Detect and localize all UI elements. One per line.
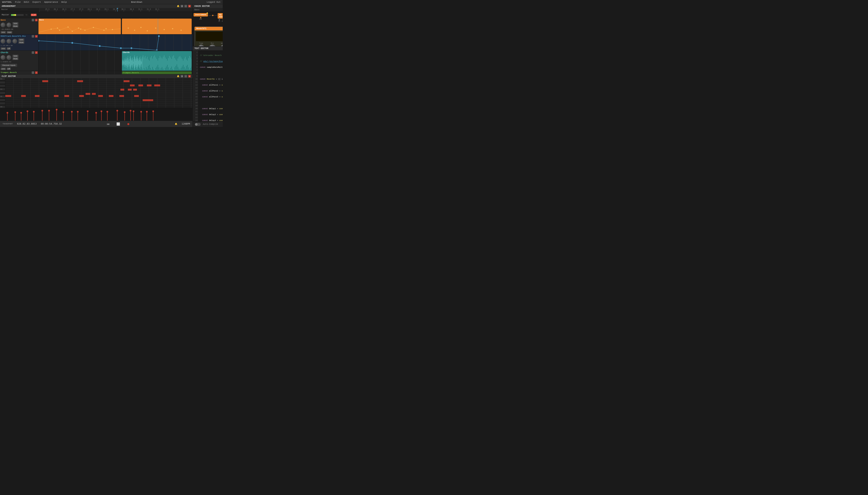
chords-close[interactable]: × bbox=[35, 51, 38, 54]
midi-v1: 1.3 bbox=[1, 45, 4, 47]
note-c2-6[interactable] bbox=[92, 93, 96, 95]
code-content[interactable]: // Schroeder Reverb implementing the fir… bbox=[199, 50, 223, 121]
midi-knob2[interactable] bbox=[6, 39, 11, 44]
trumpet-clip[interactable]: Trumpet.Reverb bbox=[122, 71, 191, 74]
ce-close-btn[interactable]: × bbox=[188, 75, 191, 78]
reverb-mix-knob[interactable] bbox=[209, 45, 216, 46]
note-b1-6[interactable] bbox=[79, 95, 84, 97]
midi-off[interactable]: Off bbox=[7, 47, 11, 50]
ln-6: 6 bbox=[193, 66, 198, 69]
bass-volume-knob[interactable] bbox=[1, 22, 5, 27]
chords-clip[interactable]: Chords bbox=[122, 51, 191, 71]
minimize-btn[interactable]: ─ bbox=[184, 5, 187, 7]
note-fs2-3[interactable] bbox=[147, 84, 151, 86]
chords-solo[interactable]: Solo bbox=[13, 55, 18, 57]
chords-knob2[interactable] bbox=[6, 55, 11, 60]
midi-knob3[interactable] bbox=[13, 39, 17, 44]
note-fs2-1[interactable] bbox=[130, 84, 135, 86]
reverb-time-group: Time 1.00 bbox=[198, 42, 204, 46]
out-label-eq: Out bbox=[222, 20, 223, 22]
ce-pause-btn[interactable]: ⏸ bbox=[181, 75, 183, 78]
track-scroll[interactable]: Bass - × Solo Mute -10.03dB bbox=[0, 18, 193, 74]
menu-export[interactable]: Export bbox=[33, 1, 41, 3]
bass-knobs: Solo Mute bbox=[1, 22, 38, 28]
reverb-time-knob[interactable] bbox=[198, 45, 204, 46]
bass-track-name: Bass bbox=[1, 19, 31, 21]
bass-auto[interactable]: Auto bbox=[7, 31, 13, 34]
note-a2-2[interactable] bbox=[77, 80, 83, 82]
svg-point-190 bbox=[41, 110, 43, 112]
eq-fx-chip[interactable]: EQ Band 🔔 bbox=[218, 13, 223, 19]
note-b1-8[interactable] bbox=[109, 95, 114, 97]
pause-btn[interactable]: ⏸ bbox=[181, 5, 183, 7]
ln-19: 19 bbox=[193, 104, 198, 107]
menu-file[interactable]: File bbox=[15, 1, 20, 3]
note-b1-5[interactable] bbox=[64, 95, 69, 97]
bass-close[interactable]: × bbox=[35, 19, 38, 21]
chords-arm[interactable]: Arm bbox=[1, 68, 6, 70]
chain-content: Bass Instrument 🔔 Out bbox=[193, 8, 223, 46]
note-c2-5[interactable] bbox=[86, 93, 90, 95]
bass-clip-2[interactable] bbox=[122, 19, 191, 34]
svg-point-206 bbox=[48, 110, 50, 112]
bass-minus[interactable]: - bbox=[32, 19, 34, 21]
note-b1-1[interactable] bbox=[5, 95, 11, 97]
stop-btn[interactable]: ⬜ bbox=[115, 122, 121, 126]
logged-in: Logged Out bbox=[207, 1, 221, 3]
midi-arm[interactable]: Arm bbox=[1, 47, 6, 50]
eq-node-group: EQ Band 🔔 In Out bbox=[218, 13, 223, 22]
note-a2-3[interactable] bbox=[123, 80, 130, 82]
ce-minimize-btn[interactable]: ─ bbox=[184, 75, 187, 78]
trumpet-close[interactable]: × bbox=[35, 71, 38, 74]
bass-clip-1[interactable]: Bass bbox=[38, 19, 121, 34]
note-a2-1[interactable] bbox=[42, 80, 48, 82]
reverb-plugin-header: Reverb71 bbox=[195, 27, 223, 30]
chords-track-name: Chords bbox=[1, 52, 31, 54]
chords-off[interactable]: Off bbox=[7, 68, 11, 70]
code-area: 1 2 3 4 5 6 7 8 9 10 11 12 13 14 15 16 1 bbox=[193, 50, 223, 121]
note-c2-2[interactable] bbox=[128, 89, 132, 90]
chords-mute[interactable]: Mute bbox=[13, 57, 18, 60]
chords-minus[interactable]: - bbox=[32, 51, 34, 54]
note-b1-7[interactable] bbox=[98, 95, 103, 97]
key-e4 bbox=[0, 83, 5, 85]
chords-knob1[interactable] bbox=[1, 55, 5, 60]
menu-help[interactable]: Help bbox=[61, 1, 67, 3]
note-a1-1[interactable] bbox=[143, 99, 153, 101]
reverb-width-knob[interactable] bbox=[221, 45, 223, 46]
bass-mute[interactable]: Mute bbox=[13, 25, 18, 28]
bass-track: Bass - × Solo Mute -10.03dB bbox=[0, 18, 193, 34]
instrument-fx-chip[interactable]: Instrument 🔔 bbox=[194, 13, 208, 16]
bass-arm[interactable]: Arm bbox=[1, 31, 6, 34]
master-meter-fill bbox=[11, 14, 16, 16]
midi-solo[interactable]: Solo bbox=[18, 38, 24, 41]
discover-inputs-btn[interactable]: Discover Inputs bbox=[1, 64, 17, 67]
menu-appearance[interactable]: Appearance bbox=[44, 1, 58, 3]
note-b1-2[interactable] bbox=[21, 95, 26, 97]
midi-mute[interactable]: Mute bbox=[18, 41, 24, 44]
note-c2-3[interactable] bbox=[133, 89, 137, 90]
close-btn[interactable]: × bbox=[188, 5, 191, 7]
trumpet-minus[interactable]: - bbox=[32, 71, 34, 74]
midi-knob1[interactable] bbox=[1, 39, 5, 44]
note-b1-10[interactable] bbox=[134, 95, 139, 97]
rewind-btn[interactable]: ⏮ bbox=[105, 122, 111, 126]
menu-edit[interactable]: Edit bbox=[24, 1, 29, 3]
midi-close[interactable]: × bbox=[35, 35, 38, 38]
note-b1-9[interactable] bbox=[119, 95, 124, 97]
record-btn[interactable]: ⏺ bbox=[126, 122, 131, 126]
bass-solo[interactable]: Solo bbox=[13, 22, 18, 25]
svg-point-193 bbox=[95, 112, 97, 114]
auto-compile-toggle[interactable] bbox=[195, 123, 201, 126]
note-c2-1[interactable] bbox=[120, 89, 124, 90]
reverb-mix-group: Mix 1.00 bbox=[209, 42, 216, 46]
note-b1-3[interactable] bbox=[35, 95, 39, 97]
midi-minus[interactable]: - bbox=[32, 35, 34, 38]
svg-point-195 bbox=[116, 110, 118, 112]
bass-pan-knob[interactable] bbox=[6, 22, 11, 27]
ln-20: 20 bbox=[193, 107, 198, 110]
note-b1-4[interactable] bbox=[54, 95, 59, 97]
note-fs2-2[interactable] bbox=[138, 84, 143, 86]
note-fs2-4[interactable] bbox=[154, 84, 160, 86]
midi-track: MIDITrack.Reverb71.Mix - × Solo Mute bbox=[0, 34, 193, 51]
